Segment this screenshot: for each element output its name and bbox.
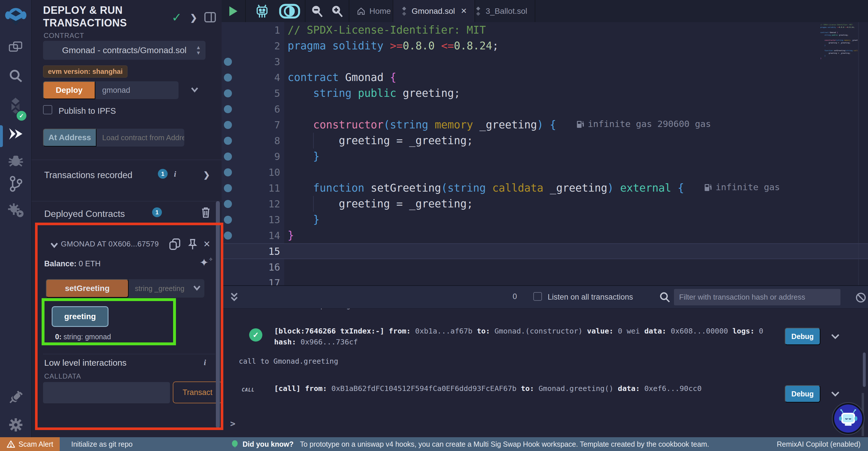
panel-scrollbar[interactable] <box>216 201 220 428</box>
publish-ipfs-label: Publish to IPFS <box>59 106 116 116</box>
line-number: 16 <box>234 261 280 273</box>
ai-sparkles-icon[interactable]: ✦✧ <box>199 256 213 269</box>
tab-home[interactable]: Home <box>349 0 399 22</box>
zoom-out-icon[interactable] <box>311 5 323 18</box>
call-tag: CALL <box>242 387 255 393</box>
line-number: 17 <box>234 277 280 285</box>
plugin-settings-icon[interactable] <box>0 203 32 218</box>
code-line-16: 16 <box>222 259 868 275</box>
debugger-icon[interactable] <box>0 154 32 168</box>
greeting-result-value: string: gmonad <box>61 333 111 341</box>
transact-button[interactable]: Transact <box>173 382 222 403</box>
contract-select[interactable]: Gmonad - contracts/Gmonad.sol ▲▼ <box>43 41 206 60</box>
deploy-run-icon[interactable] <box>0 126 32 142</box>
code-area[interactable]: 1// SPDX-License-Identifier: MIT2pragma … <box>222 22 868 285</box>
gutter-dot[interactable] <box>224 216 232 224</box>
gutter-dot[interactable] <box>224 168 232 176</box>
copilot-status[interactable]: RemixAI Copilot (enabled) <box>777 440 861 448</box>
remix-logo-icon[interactable] <box>0 6 32 28</box>
remixai-robot-icon[interactable] <box>255 3 269 19</box>
debug-button[interactable]: Debug <box>785 385 820 402</box>
tx-log-text[interactable]: [call] from: 0xB1aB62fdFC104512F594fCa0E… <box>274 383 779 394</box>
at-address-button[interactable]: At Address <box>43 129 96 146</box>
gutter-dot[interactable] <box>224 152 232 161</box>
scam-alert-button[interactable]: Scam Alert <box>0 437 60 451</box>
deploy-button[interactable]: Deploy <box>43 81 95 99</box>
gutter-dot-col <box>222 152 234 161</box>
greeting-button[interactable]: greeting <box>52 306 108 327</box>
terminal-prompt[interactable]: > <box>230 419 236 429</box>
code-text: function setGreeting(string calldata _gr… <box>280 182 780 194</box>
tab-3-ballot-sol[interactable]: 3_Ballot.sol <box>467 0 535 22</box>
close-contract-icon[interactable]: ✕ <box>203 239 210 249</box>
plugin-manager-icon[interactable] <box>0 389 32 405</box>
divider <box>43 354 215 354</box>
at-address-input[interactable] <box>96 129 184 146</box>
trash-icon[interactable] <box>200 206 211 218</box>
minimap[interactable]: // SPDX-License-Identifier: MITpragma so… <box>820 23 858 95</box>
tab-label: Home <box>369 7 391 16</box>
divider <box>32 201 222 201</box>
gutter-dot[interactable] <box>224 137 232 145</box>
deploy-run-panel: DEPLOY & RUN TRANSACTIONS ✓ ❯ CONTRACT G… <box>32 0 222 437</box>
copilot-toggle-icon[interactable] <box>279 3 300 19</box>
code-line-10: 10 <box>222 164 868 180</box>
transactions-info-icon[interactable]: i <box>174 169 176 179</box>
minimap-line: pragma solidity >=0.8.0 <=0.8.24; <box>820 26 858 28</box>
debug-button[interactable]: Debug <box>785 328 820 345</box>
code-line-14: 14} <box>222 227 868 243</box>
gutter-dot[interactable] <box>224 58 232 66</box>
terminal-expand-icon[interactable] <box>228 291 240 304</box>
transactions-expand-icon[interactable]: ❯ <box>203 170 210 179</box>
transaction-filter-input[interactable] <box>674 289 840 305</box>
publish-ipfs-checkbox[interactable] <box>43 105 52 114</box>
remixai-assistant-button[interactable] <box>832 402 865 435</box>
gutter-dot[interactable] <box>224 121 232 129</box>
remixai-robot-avatar <box>834 404 862 432</box>
gutter-dot[interactable] <box>224 184 232 192</box>
expand-entry-icon[interactable] <box>829 388 842 400</box>
panel-collapse-icon[interactable]: ❯ <box>190 12 197 23</box>
minimap-line <box>820 47 858 49</box>
minimap-line: } <box>820 57 858 59</box>
pin-contract-icon[interactable] <box>187 238 198 251</box>
tx-log-text[interactable]: [block:7646266 txIndex:-] from: 0xb1a...… <box>274 326 779 347</box>
terminal-search-icon[interactable] <box>659 291 671 303</box>
listen-all-checkbox[interactable] <box>533 292 542 301</box>
pin-panel-icon[interactable] <box>204 11 216 23</box>
minimap-line: string public greeting; <box>820 34 858 36</box>
deploy-expand-chevron-icon[interactable] <box>189 84 200 95</box>
line-number: 15 <box>234 246 280 257</box>
clear-console-icon[interactable] <box>856 292 866 303</box>
gutter-dot[interactable] <box>224 105 232 113</box>
set-greeting-expand-icon[interactable] <box>191 282 203 293</box>
close-tab-icon[interactable]: ✕ <box>461 7 467 16</box>
terminal-scrollbar[interactable] <box>863 353 866 387</box>
deploy-args-input[interactable] <box>95 81 179 99</box>
line-number: 1 <box>234 24 280 36</box>
low-level-info-icon[interactable]: i <box>204 358 206 367</box>
set-greeting-button[interactable]: setGreeting <box>46 279 129 298</box>
contract-card-collapse-icon[interactable] <box>48 239 60 251</box>
minimap-line: contract Gmonad { <box>820 31 858 34</box>
file-explorer-icon[interactable] <box>0 40 32 53</box>
minimap-line <box>820 28 858 31</box>
expand-entry-icon[interactable] <box>829 330 842 343</box>
gutter-dot-col <box>222 121 234 129</box>
editor: HomeGmonad.sol✕3_Ballot.sol 1// SPDX-Lic… <box>222 0 868 285</box>
search-icon[interactable] <box>0 69 32 83</box>
zoom-in-icon[interactable] <box>331 5 343 18</box>
settings-gear-icon[interactable] <box>0 417 32 432</box>
run-script-button[interactable] <box>222 0 246 22</box>
gutter-dot[interactable] <box>224 89 232 97</box>
copy-address-icon[interactable] <box>169 238 181 251</box>
gutter-dot[interactable] <box>224 231 232 239</box>
git-init-button[interactable]: Initialize as git repo <box>71 440 133 448</box>
gutter-dot[interactable] <box>224 200 232 208</box>
tab-gmonad-sol[interactable]: Gmonad.sol✕ <box>393 0 475 22</box>
solidity-compiler-icon[interactable] <box>0 96 32 114</box>
code-text: pragma solidity >=0.8.0 <=0.8.24; <box>280 40 499 52</box>
gutter-dot[interactable] <box>224 74 232 82</box>
calldata-input[interactable] <box>43 382 170 403</box>
git-icon[interactable] <box>0 176 32 192</box>
